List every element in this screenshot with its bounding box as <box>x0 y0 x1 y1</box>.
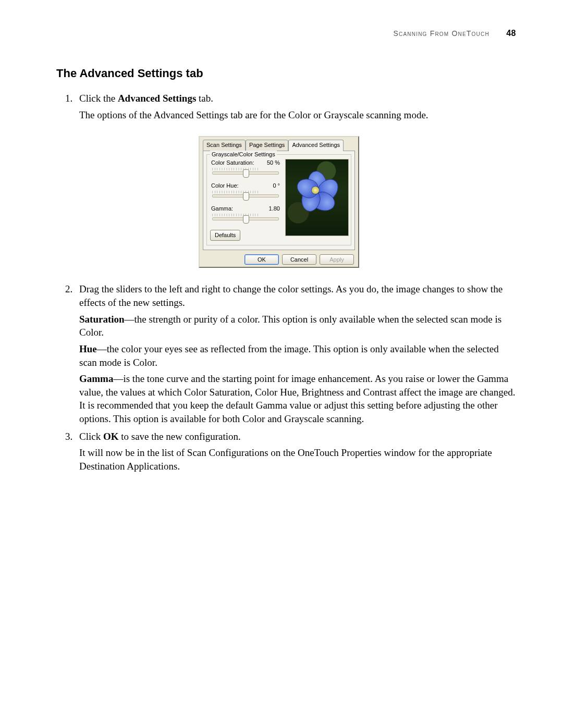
section-title: The Advanced Settings tab <box>56 67 516 80</box>
tab-advanced-settings[interactable]: Advanced Settings <box>288 140 344 151</box>
grayscale-color-settings-group: Grayscale/Color Settings Color Saturatio… <box>206 154 351 245</box>
slider-thumb-icon[interactable] <box>243 169 249 178</box>
gamma-control: Gamma: 1.80 |||||||||||||||||||| <box>210 205 281 220</box>
gamma-label: Gamma: <box>211 205 233 213</box>
tab-page: Grayscale/Color Settings Color Saturatio… <box>203 151 355 250</box>
gamma-slider[interactable] <box>212 217 279 220</box>
step-list: Click the Advanced Settings tab. The opt… <box>56 92 516 473</box>
dialog-buttons: OK Cancel Apply <box>200 253 358 265</box>
text-bold: OK <box>103 431 119 442</box>
hue-control: Color Hue: 0 ° |||||||||||||||||||| <box>210 182 281 198</box>
dialog-figure: Scan Settings Page Settings Advanced Set… <box>60 136 497 268</box>
text-bold: Hue <box>79 343 97 354</box>
text: to save the new configuration. <box>118 431 240 442</box>
text: —the color your eyes see as reflected fr… <box>79 343 499 368</box>
preview-image <box>285 159 349 236</box>
cancel-button[interactable]: Cancel <box>282 254 316 265</box>
slider-thumb-icon[interactable] <box>243 215 249 224</box>
saturation-control: Color Saturation: 50 % |||||||||||||||||… <box>210 159 281 175</box>
ok-button[interactable]: OK <box>244 254 279 265</box>
text-bold: Saturation <box>79 314 125 325</box>
tab-page-settings[interactable]: Page Settings <box>246 140 289 151</box>
step-1: Click the Advanced Settings tab. The opt… <box>75 92 516 268</box>
hue-label: Color Hue: <box>211 182 239 190</box>
text: —is the tone curve and the starting poin… <box>79 373 515 424</box>
preview-column <box>285 159 348 236</box>
tab-scan-settings[interactable]: Scan Settings <box>203 140 246 151</box>
text: Click <box>79 431 103 442</box>
header-page-number: 48 <box>506 29 516 38</box>
page: Scanning From OneTouch 48 The Advanced S… <box>0 0 563 728</box>
text: Drag the sliders to the left and right t… <box>79 282 516 309</box>
text: tab. <box>196 93 213 104</box>
slider-thumb-icon[interactable] <box>243 192 249 201</box>
saturation-label: Color Saturation: <box>211 159 254 167</box>
advanced-settings-dialog: Scan Settings Page Settings Advanced Set… <box>199 136 359 268</box>
text: Click the <box>79 93 118 104</box>
hue-value: 0 ° <box>273 182 280 190</box>
hue-slider[interactable] <box>212 194 279 198</box>
tabs-row: Scan Settings Page Settings Advanced Set… <box>200 137 358 151</box>
saturation-value: 50 % <box>267 159 280 167</box>
text: The options of the Advanced Settings tab… <box>79 108 516 122</box>
saturation-slider[interactable] <box>212 171 279 175</box>
text: It will now be in the list of Scan Confi… <box>79 446 516 473</box>
apply-button[interactable]: Apply <box>320 254 354 265</box>
text-bold: Gamma <box>79 373 113 384</box>
header-section: Scanning From OneTouch <box>394 29 489 38</box>
gamma-value: 1.80 <box>269 205 280 213</box>
group-legend: Grayscale/Color Settings <box>210 151 277 158</box>
step-3: Click OK to save the new configuration. … <box>75 430 516 473</box>
page-header: Scanning From OneTouch 48 <box>56 29 516 38</box>
text: —the strength or purity of a color. This… <box>79 314 501 338</box>
defaults-button[interactable]: Defaults <box>210 230 240 241</box>
text-bold: Advanced Settings <box>118 93 196 104</box>
step-2: Drag the sliders to the left and right t… <box>75 282 516 425</box>
